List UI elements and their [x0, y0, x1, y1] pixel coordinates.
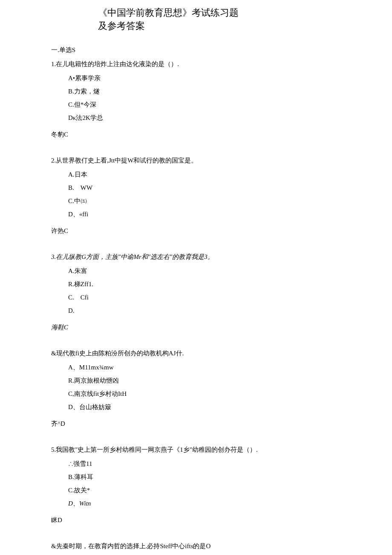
- option-a: A.朱富: [68, 267, 366, 276]
- option-a: A.日本: [68, 170, 366, 179]
- document-title: 《中国学前教育思想》考试练习题 及参考答案: [98, 6, 392, 33]
- option-b: R.两京旅根幼愜凶: [68, 376, 366, 385]
- option-a: A、M11mx¾mw: [68, 363, 366, 372]
- option-d: D、«ffi: [68, 210, 366, 219]
- option-a: ∴强雪11: [68, 459, 366, 468]
- question-options: A.朱富 R.梯Zff1. C. Cfi D.: [68, 267, 366, 315]
- answer-2: 许热C: [51, 227, 366, 235]
- title-line-1: 《中国学前教育思想》考试练习题: [98, 6, 392, 20]
- option-c: C.故关*: [68, 486, 366, 495]
- question-options: A、M11mx¾mw R.两京旅根幼愜凶 C,南京线fit乡村动ItH D、台山…: [68, 363, 366, 412]
- option-d: Dκ法2K学总: [68, 113, 366, 122]
- question-options: A•累事学亲 B.力索，燧 C.但*今深 Dκ法2K学总: [68, 74, 366, 122]
- option-b: R.梯Zff1.: [68, 280, 366, 289]
- question-2: 2.从世界教仃史上看,Jtt中提W和试行的教的国宝是。 A.日本 B. WW C…: [51, 156, 366, 219]
- answer-4: 齐^D: [51, 419, 366, 428]
- answer-1: 冬豹C: [51, 130, 366, 139]
- question-text: 1.在儿电籍性的培炸上注由达化液染的是（）.: [51, 60, 366, 69]
- question-4: &现代教fi史上由陈粕汾所创办的幼教机构AJ什. A、M11mx¾mw R.两京…: [51, 349, 366, 412]
- option-a: A•累事学亲: [68, 74, 366, 83]
- option-d: D、台山格妨簸: [68, 403, 366, 412]
- question-1: 1.在儿电籍性的培炸上注由达化液染的是（）. A•累事学亲 B.力索，燧 C.但…: [51, 60, 366, 122]
- option-b: B.力索，燧: [68, 87, 366, 96]
- question-text: &现代教fi史上由陈粕汾所创办的幼教机构AJ什.: [51, 349, 366, 358]
- option-d: D、Witn: [68, 499, 366, 508]
- option-d: D.: [68, 306, 366, 315]
- question-options: ∴强雪11 B.薄科耳 C.故关* D、Witn: [68, 459, 366, 508]
- option-c: C.中㈤: [68, 197, 366, 206]
- question-text: 5.我国教"史上第一所乡村幼稚同一网京燕子《1乡"幼稚园的创办苻是（）.: [51, 445, 366, 454]
- answer-3: 海鞋C: [51, 323, 366, 332]
- question-5: 5.我国教"史上第一所乡村幼稚同一网京燕子《1乡"幼稚园的创办苻是（）. ∴强雪…: [51, 445, 366, 508]
- option-b: B.薄科耳: [68, 473, 366, 482]
- question-3: 3.在儿纵教G方面，主族"中谕Mr和"选左右"的教育我是3。 A.朱富 R.梯Z…: [51, 253, 366, 315]
- question-text: 2.从世界教仃史上看,Jtt中提W和试行的教的国宝是。: [51, 156, 366, 165]
- option-c: C. Cfi: [68, 293, 366, 302]
- title-line-2: 及参考答案: [98, 20, 392, 33]
- option-c: C,南京线fit乡村动ItH: [68, 389, 366, 398]
- question-6: &先秦时期，在教育内哲的选择上.必持Steff中心ifts的是O A.譬*学藻: [51, 542, 366, 555]
- question-text: &先秦时期，在教育内哲的选择上.必持Steff中心ifts的是O: [51, 542, 366, 551]
- answer-5: 眯D: [51, 516, 366, 525]
- document-body: 一.单选S 1.在儿电籍性的培炸上注由达化液染的是（）. A•累事学亲 B.力索…: [51, 46, 366, 555]
- option-c: C.但*今深: [68, 100, 366, 109]
- question-text: 3.在儿纵教G方面，主族"中谕Mr和"选左右"的教育我是3。: [51, 253, 366, 262]
- option-b: B. WW: [68, 183, 366, 192]
- section-header: 一.单选S: [51, 46, 366, 55]
- question-options: A.日本 B. WW C.中㈤ D、«ffi: [68, 170, 366, 219]
